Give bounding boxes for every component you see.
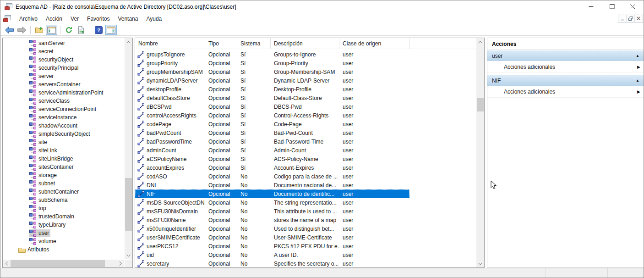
tree-item-site[interactable]: site — [3, 138, 124, 146]
table-row[interactable]: adminCountOpcionalSíAdmin-Countuser — [135, 146, 476, 155]
tree-item-serviceconnectionpoint[interactable]: serviceConnectionPoint — [3, 105, 124, 113]
tree-item-sitelinkbridge[interactable]: siteLinkBridge — [3, 155, 124, 163]
cell-type: Opcional — [205, 120, 237, 128]
mdi-restore-button[interactable] — [626, 15, 634, 22]
table-row[interactable]: uidOpcionalNoA user ID.user — [135, 250, 476, 259]
scroll-left-arrow[interactable] — [3, 260, 11, 267]
table-row[interactable]: groupsToIgnoreOpcionalSíGroups-to-Ignore… — [135, 50, 476, 59]
tree-item-trusteddomain[interactable]: trustedDomain — [3, 212, 124, 221]
table-row[interactable]: DNIOpcionalNoDocumento nacional de...use… — [135, 181, 476, 189]
maximize-button[interactable] — [601, 0, 622, 13]
tree-item-storage[interactable]: storage — [3, 171, 124, 179]
cell-type: Opcional — [205, 172, 237, 181]
back-button[interactable] — [4, 25, 15, 35]
table-row[interactable]: badPasswordTimeOpcionalSíBad-Password-Ti… — [135, 137, 476, 146]
show-console-tree-button[interactable] — [46, 25, 57, 35]
table-row[interactable]: dBCSPwdOpcionalSíDBCS-Pwduser — [135, 102, 476, 111]
tree-hscrollbar-thumb[interactable] — [11, 260, 105, 267]
console-child-icon[interactable] — [3, 15, 11, 22]
menu-archivo[interactable]: Archivo — [15, 14, 42, 24]
show-action-pane-button[interactable] — [105, 25, 117, 35]
action-section-nif[interactable]: NIF▲ — [487, 75, 644, 86]
cell-description: PKCS #12 PFX PDU for e... — [271, 242, 339, 250]
tree-item-secret[interactable]: secret — [3, 47, 124, 56]
tree-item-typelibrary[interactable]: typeLibrary — [3, 221, 124, 229]
tree-item-subschema[interactable]: subSchema — [3, 196, 124, 204]
tree-item-serviceinstance[interactable]: serviceInstance — [3, 113, 124, 122]
tree-item-sitescontainer[interactable]: sitesContainer — [3, 163, 124, 171]
action-section-user[interactable]: user▲ — [487, 50, 644, 61]
action-item-accionesadicionales[interactable]: Acciones adicionales▶ — [487, 86, 644, 98]
tree-item-volume[interactable]: volume — [3, 237, 124, 245]
table-row[interactable]: codePageOpcionalSíCode-Pageuser — [135, 120, 476, 128]
close-button[interactable] — [622, 0, 644, 13]
table-row[interactable]: codASOOpcionalNoCodigo para la clase de … — [135, 172, 476, 181]
column-header-nombre[interactable]: Nombre — [135, 38, 205, 49]
minimize-button[interactable] — [580, 0, 601, 13]
table-row[interactable]: groupPriorityOpcionalSíGroup-Priorityuse… — [135, 59, 476, 67]
column-header-tipo[interactable]: Tipo — [205, 38, 237, 49]
table-row[interactable]: aCSPolicyNameOpcionalSíACS-Policy-Nameus… — [135, 155, 476, 163]
table-row[interactable]: x500uniqueIdentifierOpcionalNoUsed to di… — [135, 224, 476, 233]
table-row[interactable]: userPKCS12OpcionalNoPKCS #12 PFX PDU for… — [135, 242, 476, 250]
menu-ayuda[interactable]: Ayuda — [142, 14, 166, 24]
tree-item-simplesecurityobject[interactable]: simpleSecurityObject — [3, 130, 124, 138]
tree-item-user[interactable]: user — [3, 229, 124, 237]
help-button[interactable]: ? — [93, 25, 104, 35]
tree-item-sitelink[interactable]: siteLink — [3, 146, 124, 155]
table-row[interactable]: groupMembershipSAMOpcionalSíGroup-Member… — [135, 67, 476, 76]
chevron-up-icon[interactable]: ▲ — [636, 54, 639, 58]
tree-item-serviceadministrationpoint[interactable]: serviceAdministrationPoint — [3, 89, 124, 97]
table-row[interactable]: defaultClassStoreOpcionalSíDefault-Class… — [135, 94, 476, 102]
scroll-up-arrow[interactable] — [476, 38, 484, 46]
menu-favoritos[interactable]: Favoritos — [83, 14, 114, 24]
scroll-right-arrow[interactable] — [116, 260, 124, 267]
table-row[interactable]: msDS-SourceObjectDNOpcionalNoThe string … — [135, 198, 476, 207]
table-row[interactable]: userSMIMECertificateOpcionalNoUser-SMIME… — [135, 233, 476, 242]
table-row[interactable]: accountExpiresOpcionalSíAccount-Expiresu… — [135, 163, 476, 172]
column-header-descripcion[interactable]: Descripción — [271, 38, 339, 49]
tree-item-server[interactable]: server — [3, 72, 124, 80]
tree-item-label: top — [38, 205, 46, 211]
mdi-close-button[interactable] — [634, 15, 643, 22]
forward-button[interactable] — [16, 25, 27, 35]
tree-item-securityobject[interactable]: securityObject — [3, 56, 124, 64]
list-scrollbar-thumb[interactable] — [477, 98, 484, 111]
menu-ver[interactable]: Ver — [66, 14, 83, 24]
table-row[interactable]: msSFU30NisDomainOpcionalNoThis attribute… — [135, 207, 476, 216]
table-row[interactable]: dynamicLDAPServerOpcionalSíDynamic-LDAP-… — [135, 76, 476, 85]
mdi-minimize-button[interactable] — [618, 15, 626, 22]
tree-item-serviceclass[interactable]: serviceClass — [3, 97, 124, 105]
table-row[interactable]: controlAccessRightsOpcionalSíControl-Acc… — [135, 111, 476, 120]
table-row[interactable]: secretaryOpcionalNoSpecifies the secreta… — [135, 259, 476, 267]
tree-item-subnet[interactable]: subnet — [3, 179, 124, 188]
scroll-down-arrow[interactable] — [125, 251, 132, 259]
tree-item-subnetcontainer[interactable]: subnetContainer — [3, 188, 124, 196]
tree-item-serverscontainer[interactable]: serversContainer — [3, 80, 124, 89]
tree-item-securityprincipal[interactable]: securityPrincipal — [3, 64, 124, 72]
scroll-up-arrow[interactable] — [125, 38, 132, 46]
menu-ventana[interactable]: Ventana — [114, 14, 142, 24]
tree-item-label: typeLibrary — [38, 222, 65, 228]
action-item-accionesadicionales[interactable]: Acciones adicionales▶ — [487, 61, 644, 73]
up-one-level-button[interactable] — [33, 25, 45, 35]
column-header-clasedeorigen[interactable]: Clase de origen — [339, 38, 409, 49]
tree-scrollbar-thumb[interactable] — [125, 178, 132, 231]
table-row[interactable]: desktopProfileOpcionalSíDesktop-Profileu… — [135, 85, 476, 94]
refresh-button[interactable] — [63, 25, 75, 35]
tree-item-atributos[interactable]: Atributos — [3, 245, 124, 254]
column-header-sistema[interactable]: Sistema — [237, 38, 271, 49]
tree-item-samserver[interactable]: samServer — [3, 39, 124, 47]
export-list-button[interactable] — [76, 25, 87, 35]
tree-item-top[interactable]: top — [3, 204, 124, 212]
table-row[interactable]: NIFOpcionalNoDocumento de identific...us… — [135, 189, 476, 198]
scroll-down-arrow[interactable] — [476, 260, 484, 267]
tree-item-shadowaccount[interactable]: shadowAccount — [3, 122, 124, 130]
table-row[interactable]: badPwdCountOpcionalSíBad-Pwd-Countuser — [135, 128, 476, 137]
mmc-app-icon[interactable] — [5, 3, 12, 11]
attribute-icon — [137, 86, 147, 93]
chevron-up-icon[interactable]: ▲ — [636, 78, 639, 83]
window-tree-icon — [47, 27, 56, 33]
menu-accion[interactable]: Acción — [42, 14, 66, 24]
table-row[interactable]: msSFU30NameOpcionalNostores the name of … — [135, 216, 476, 224]
